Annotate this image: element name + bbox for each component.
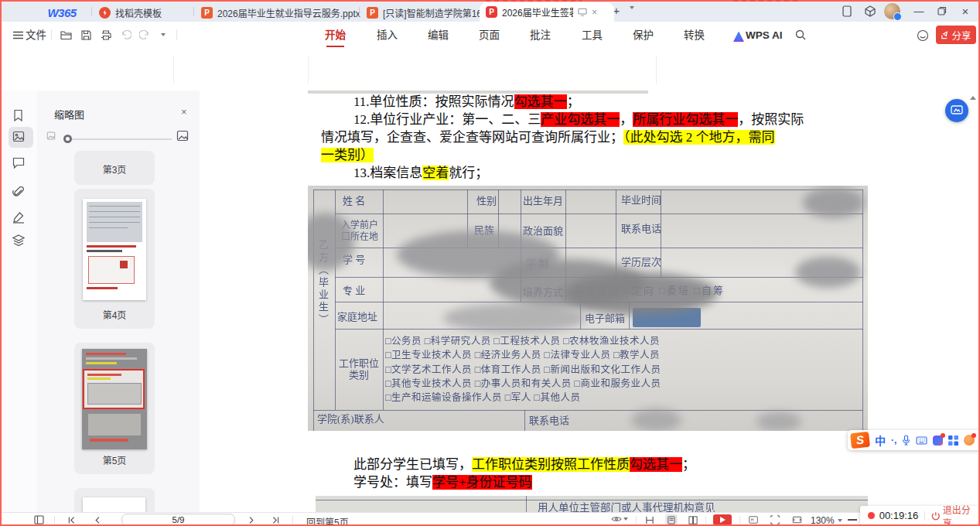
- form-label: 专 业: [343, 285, 365, 296]
- form-checkbox-row: □生产和运输设备操作人员 □军人 □其他人员: [385, 392, 580, 404]
- menu-insert[interactable]: 插入: [377, 29, 398, 42]
- menu-file[interactable]: 文件: [26, 29, 46, 42]
- pdf-icon: P: [486, 6, 497, 18]
- form-label: 毕业时间: [621, 194, 661, 206]
- share-button[interactable]: 分享: [936, 26, 976, 44]
- ime-mode-chinese[interactable]: 中: [875, 432, 886, 448]
- tab-pptx-1[interactable]: P 2026届毕业生就业指导云服务.pptx: [195, 3, 370, 22]
- bookmark-icon[interactable]: [12, 109, 25, 121]
- doc-line: 13.档案信息空着就行；: [353, 165, 488, 182]
- fit-page-icon[interactable]: H: [747, 514, 760, 525]
- assistant-floating-button[interactable]: [945, 99, 968, 122]
- ime-skin-icon[interactable]: [933, 435, 943, 446]
- tab-pdf-active[interactable]: P 2026届毕业生签署就业协议书 ×: [480, 2, 614, 22]
- feedback-icon[interactable]: [916, 29, 930, 43]
- print-icon[interactable]: [99, 28, 113, 42]
- ime-emoji-icon[interactable]: [964, 435, 975, 446]
- user-avatar[interactable]: [884, 3, 900, 19]
- menu-wps-ai[interactable]: WPS AI: [746, 29, 783, 42]
- tab-bar: W365 找稻壳模板 P 2026届毕业生就业指导云服务.pptx P [只读]…: [0, 0, 980, 22]
- tab-close-icon[interactable]: ×: [592, 7, 597, 18]
- comments-icon[interactable]: [12, 157, 25, 169]
- menu-comment[interactable]: 批注: [530, 29, 551, 42]
- thumb-size-slider[interactable]: [68, 138, 172, 140]
- doc-line: 一类别）: [321, 147, 374, 164]
- zoom-level-button[interactable]: 130%: [811, 515, 842, 526]
- hamburger-icon[interactable]: [11, 28, 25, 42]
- undo-icon[interactable]: [119, 28, 133, 42]
- form-label: 姓 名: [343, 195, 365, 207]
- power-icon[interactable]: [931, 511, 941, 521]
- wps-pdf-window: W365 找稻壳模板 P 2026届毕业生就业指导云服务.pptx P [只读]…: [0, 0, 980, 526]
- thumbnail-page-6[interactable]: [74, 488, 155, 512]
- tab-home[interactable]: W365: [22, 3, 102, 22]
- phone-mirror-icon[interactable]: [838, 2, 856, 20]
- slider-knob[interactable]: [63, 135, 72, 143]
- menu-protect[interactable]: 保护: [633, 29, 654, 42]
- attachment-icon[interactable]: [12, 186, 25, 199]
- svg-text:H: H: [751, 518, 754, 522]
- two-page-view-icon[interactable]: [687, 514, 699, 525]
- screen-share-icon: [578, 8, 587, 16]
- more-chevron-icon[interactable]: [156, 28, 170, 42]
- thumbnail-page-4[interactable]: 第4页: [74, 189, 155, 329]
- thumbnail-page-5-current[interactable]: 第5页: [74, 343, 155, 474]
- restore-button[interactable]: [933, 2, 951, 20]
- doc-line: 12.单位行业产业：第一、二、三产业勾选其一，所属行业勾选其一，按照实际: [353, 111, 804, 128]
- doc-line: 情况填写，企查查、爱企查等网站可查询所属行业；（此处勾选 2 个地方，需同: [321, 129, 775, 146]
- view-settings-button[interactable]: [611, 514, 628, 524]
- prev-page-icon[interactable]: [91, 514, 104, 525]
- first-page-icon[interactable]: [65, 514, 77, 525]
- autoplay-button[interactable]: [713, 514, 732, 525]
- exit-share-button[interactable]: 退出分享: [943, 503, 978, 526]
- layers-icon[interactable]: [12, 234, 25, 247]
- divider: [739, 516, 740, 524]
- tab-docer[interactable]: 找稻壳模板: [93, 3, 204, 22]
- menu-home[interactable]: 开始: [325, 29, 346, 42]
- panel-toggle-icon[interactable]: [32, 514, 45, 525]
- save-icon[interactable]: [79, 28, 93, 42]
- app-box-icon[interactable]: [861, 2, 879, 20]
- fit-screen-icon[interactable]: [769, 514, 781, 525]
- tab-label: 2026届毕业生签署就业协议书: [502, 5, 573, 19]
- single-page-view-icon[interactable]: [665, 514, 678, 525]
- tab-pptx-2[interactable]: P [只读]智能制造学院第16周“安全+”: [360, 3, 489, 22]
- divider: [292, 516, 293, 524]
- thumbnail-page-3[interactable]: 第3页: [74, 151, 155, 185]
- menu-bar: 文件 开始 插入 编辑 页面 批注 工具 保护 转换 WPS AI: [0, 22, 980, 49]
- close-button[interactable]: ×: [956, 2, 975, 20]
- signature-icon[interactable]: [12, 211, 25, 224]
- scanned-form-photo: 乙方（毕业生） 姓 名 性别 出生年月 毕业时间 入学前户口所在地 民族 政治面…: [308, 186, 868, 431]
- minimize-button[interactable]: —: [910, 2, 928, 20]
- menu-page[interactable]: 页面: [479, 29, 500, 42]
- page-thumbnail-image: [82, 349, 147, 449]
- page-label: 第3页: [74, 162, 155, 176]
- keyboard-icon[interactable]: [916, 436, 927, 445]
- page-number-input[interactable]: 5/9: [121, 514, 235, 526]
- continuous-scroll-icon[interactable]: [644, 514, 656, 525]
- thumbnails-icon[interactable]: [12, 131, 25, 143]
- sogou-logo-icon[interactable]: S: [850, 432, 870, 449]
- menu-edit[interactable]: 编辑: [428, 29, 449, 42]
- fit-width-icon[interactable]: [790, 514, 803, 525]
- doc-line: 此部分学生已填写，工作职位类别按照工作性质勾选其一；: [353, 456, 695, 473]
- scroll-hint-icon: [970, 96, 976, 100]
- ime-toolbox-icon[interactable]: [948, 435, 958, 446]
- search-icon[interactable]: [794, 28, 808, 42]
- last-page-icon[interactable]: [269, 514, 282, 525]
- open-folder-icon[interactable]: [59, 28, 73, 42]
- zoom-out-minus-icon[interactable]: [848, 519, 857, 521]
- back-to-page-link[interactable]: 回到第5页: [306, 515, 349, 526]
- menu-tools[interactable]: 工具: [582, 29, 603, 42]
- form-label: 学院(系)联系人: [317, 413, 384, 425]
- redo-icon[interactable]: [138, 28, 152, 42]
- menu-convert[interactable]: 转换: [684, 29, 705, 42]
- next-page-icon[interactable]: [244, 514, 257, 525]
- mic-icon[interactable]: [902, 435, 910, 446]
- divider: [656, 56, 657, 84]
- form-checkbox-row: □卫生专业技术人员 □经济业务人员 □法律专业人员 □教学人员: [385, 350, 660, 361]
- wps365-logo: W365: [47, 6, 76, 19]
- panel-close-icon[interactable]: ×: [181, 106, 187, 118]
- ime-punctuation-icon[interactable]: ·,: [891, 435, 896, 446]
- ppt-icon: P: [201, 7, 213, 19]
